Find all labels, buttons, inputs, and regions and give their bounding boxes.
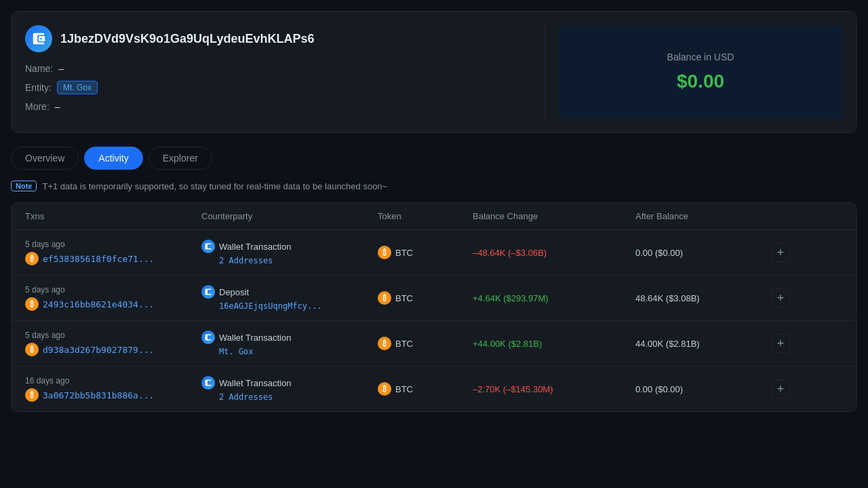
cp-icon xyxy=(204,379,212,387)
address-avatar xyxy=(25,25,52,52)
activity-table: Txns Counterparty Token Balance Change A… xyxy=(11,202,857,412)
balance-value: $0.00 xyxy=(677,71,724,92)
col-token: Token xyxy=(378,211,473,221)
balance-section: Balance in USD $0.00 xyxy=(558,25,843,119)
expand-button[interactable]: + xyxy=(771,379,790,398)
token-btc-icon: ₿ xyxy=(378,382,391,396)
token-cell: ₿ BTC xyxy=(378,337,473,350)
txn-cell: 16 days ago ₿ 3a0672bb5b831b886a... xyxy=(25,376,201,402)
token-btc-icon: ₿ xyxy=(378,337,391,350)
txn-cell: 5 days ago ₿ ef538385618f0fce71... xyxy=(25,240,201,265)
counterparty-cell: Deposit 16eAGJEjqsUqngMfcy... xyxy=(201,285,378,311)
token-name: BTC xyxy=(395,384,413,394)
entity-label: Entity: xyxy=(25,82,52,93)
table-row: 5 days ago ₿ 2493c16bb8621e4034... Depos… xyxy=(12,276,856,321)
cp-icon xyxy=(204,242,212,250)
cp-type: Wallet Transaction xyxy=(219,333,291,343)
cp-sub: 2 Addresses xyxy=(201,256,378,265)
entity-badge: Mt. Gox xyxy=(57,81,98,94)
address-card: 1JbezDVd9VsK9o1Ga9UqLydeuEvhKLAPs6 Name:… xyxy=(11,11,857,133)
more-value: – xyxy=(55,101,60,112)
address-section: 1JbezDVd9VsK9o1Ga9UqLydeuEvhKLAPs6 Name:… xyxy=(25,25,530,119)
txn-cell: 5 days ago ₿ d938a3d267b9027879... xyxy=(25,331,201,356)
name-value: – xyxy=(58,63,64,74)
cp-avatar xyxy=(201,376,215,390)
wallet-icon xyxy=(31,31,46,46)
cp-icon xyxy=(204,333,212,341)
name-label: Name: xyxy=(25,63,53,74)
name-row: Name: – xyxy=(25,63,517,74)
after-balance: 0.00 ($0.00) xyxy=(635,248,771,258)
txn-time: 5 days ago xyxy=(25,331,201,340)
txn-hash: ₿ 2493c16bb8621e4034... xyxy=(25,297,201,311)
tab-overview[interactable]: Overview xyxy=(11,147,79,170)
note-bar: Note T+1 data is temporarily supported, … xyxy=(11,181,857,191)
balance-change: –48.64K (–$3.06B) xyxy=(473,248,635,258)
token-btc-icon: ₿ xyxy=(378,246,391,259)
table-row: 16 days ago ₿ 3a0672bb5b831b886a... Wall… xyxy=(12,367,856,411)
cp-type: Wallet Transaction xyxy=(219,378,291,388)
cp-header: Wallet Transaction xyxy=(201,376,378,390)
entity-row: Entity: Mt. Gox xyxy=(25,81,517,94)
txn-hash: ₿ ef538385618f0fce71... xyxy=(25,252,201,265)
txn-hash-text: 3a0672bb5b831b886a... xyxy=(43,390,154,400)
token-btc-icon: ₿ xyxy=(378,291,391,305)
note-text: T+1 data is temporarily supported, so st… xyxy=(42,181,387,191)
btc-icon: ₿ xyxy=(25,343,39,356)
cp-type: Deposit xyxy=(219,287,249,297)
cp-sub: 16eAGJEjqsUqngMfcy... xyxy=(201,301,378,311)
cp-header: Wallet Transaction xyxy=(201,331,378,344)
token-cell: ₿ BTC xyxy=(378,246,473,259)
token-name: BTC xyxy=(395,248,413,258)
txn-hash: ₿ 3a0672bb5b831b886a... xyxy=(25,388,201,402)
vertical-divider xyxy=(544,25,545,119)
btc-icon: ₿ xyxy=(25,388,39,402)
token-cell: ₿ BTC xyxy=(378,382,473,396)
txn-time: 5 days ago xyxy=(25,240,201,249)
col-counterparty: Counterparty xyxy=(201,211,378,221)
balance-change: +4.64K ($293.97M) xyxy=(473,293,635,303)
expand-button[interactable]: + xyxy=(771,288,790,307)
table-row: 5 days ago ₿ ef538385618f0fce71... Walle… xyxy=(12,230,856,276)
token-cell: ₿ BTC xyxy=(378,291,473,305)
btc-icon: ₿ xyxy=(25,252,39,265)
token-name: BTC xyxy=(395,339,413,349)
balance-change: +44.00K ($2.81B) xyxy=(473,339,635,349)
cp-icon xyxy=(204,288,212,296)
counterparty-cell: Wallet Transaction 2 Addresses xyxy=(201,376,378,402)
btc-icon: ₿ xyxy=(25,297,39,311)
col-after-balance: After Balance xyxy=(635,211,771,221)
txn-hash-text: ef538385618f0fce71... xyxy=(43,254,154,264)
wallet-address: 1JbezDVd9VsK9o1Ga9UqLydeuEvhKLAPs6 xyxy=(60,32,314,46)
txn-hash: ₿ d938a3d267b9027879... xyxy=(25,343,201,356)
balance-label: Balance in USD xyxy=(667,52,734,62)
counterparty-cell: Wallet Transaction 2 Addresses xyxy=(201,240,378,265)
address-header: 1JbezDVd9VsK9o1Ga9UqLydeuEvhKLAPs6 xyxy=(25,25,517,52)
tab-explorer[interactable]: Explorer xyxy=(149,147,212,170)
cp-sub: 2 Addresses xyxy=(201,392,378,402)
cp-sub: Mt. Gox xyxy=(201,347,378,356)
table-header: Txns Counterparty Token Balance Change A… xyxy=(12,203,856,230)
txn-cell: 5 days ago ₿ 2493c16bb8621e4034... xyxy=(25,285,201,311)
after-balance: 44.00K ($2.81B) xyxy=(635,339,771,349)
cp-avatar xyxy=(201,331,215,344)
table-row: 5 days ago ₿ d938a3d267b9027879... Walle… xyxy=(12,321,856,367)
txn-hash-text: 2493c16bb8621e4034... xyxy=(43,299,154,309)
cp-header: Deposit xyxy=(201,285,378,299)
cp-header: Wallet Transaction xyxy=(201,240,378,253)
note-badge: Note xyxy=(11,181,37,191)
cp-avatar xyxy=(201,240,215,253)
balance-change: –2.70K (–$145.30M) xyxy=(473,384,635,394)
tab-bar: Overview Activity Explorer xyxy=(11,147,857,170)
counterparty-cell: Wallet Transaction Mt. Gox xyxy=(201,331,378,356)
txn-hash-text: d938a3d267b9027879... xyxy=(43,345,154,355)
expand-button[interactable]: + xyxy=(771,334,790,353)
cp-type: Wallet Transaction xyxy=(219,242,291,252)
more-row: More: – xyxy=(25,101,517,112)
txn-time: 16 days ago xyxy=(25,376,201,386)
more-label: More: xyxy=(25,101,50,112)
after-balance: 48.64K ($3.08B) xyxy=(635,293,771,303)
tab-activity[interactable]: Activity xyxy=(84,147,142,170)
col-txns: Txns xyxy=(25,211,201,221)
expand-button[interactable]: + xyxy=(771,243,790,262)
